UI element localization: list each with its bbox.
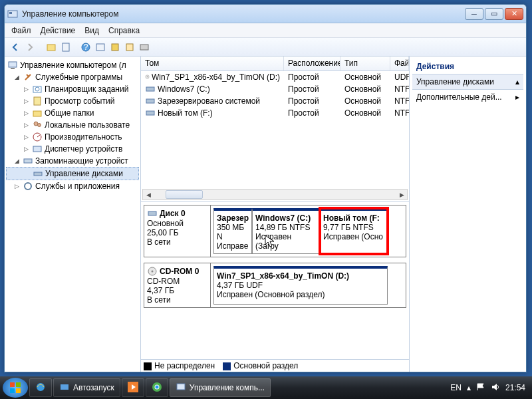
svg-rect-15 bbox=[33, 111, 41, 116]
task-autorun[interactable]: Автозапуск bbox=[53, 378, 120, 397]
forward-button[interactable] bbox=[23, 41, 37, 54]
cd-icon bbox=[147, 266, 158, 277]
expand-icon[interactable]: ▷ bbox=[23, 86, 30, 93]
svg-rect-6 bbox=[96, 44, 104, 51]
disk-graphical-view[interactable]: Диск 0 Основной 25,00 ГБ В сети Зарезер … bbox=[141, 201, 409, 359]
svg-rect-10 bbox=[9, 62, 17, 67]
minimize-button[interactable]: ─ bbox=[465, 8, 483, 20]
tree-item[interactable]: ▷Просмотр событий bbox=[6, 95, 139, 107]
expand-icon[interactable]: ▷ bbox=[23, 110, 30, 117]
tool-button-2[interactable] bbox=[123, 41, 136, 54]
volume-icon[interactable] bbox=[491, 382, 500, 394]
tray-chevron-icon[interactable]: ▴ bbox=[467, 383, 471, 392]
volume-row[interactable]: Windows7 (C:)ПростойОсновнойNTF bbox=[141, 83, 409, 95]
svg-rect-1 bbox=[9, 12, 12, 14]
task-ie[interactable] bbox=[29, 378, 52, 397]
scroll-left-icon[interactable]: ◀ bbox=[143, 190, 154, 200]
expand-icon[interactable]: ▷ bbox=[23, 122, 30, 129]
back-button[interactable] bbox=[9, 41, 22, 54]
disk-0-info: Диск 0 Основной 25,00 ГБ В сети bbox=[144, 205, 211, 257]
computer-management-window: Управление компьютером ─ ▭ ✕ Файл Действ… bbox=[4, 4, 527, 372]
col-volume[interactable]: Том bbox=[141, 57, 284, 70]
svg-rect-41 bbox=[177, 384, 185, 390]
cd-icon bbox=[145, 72, 150, 82]
svg-text:?: ? bbox=[84, 43, 88, 52]
tree-item[interactable]: ▷Планировщик заданий bbox=[6, 83, 139, 95]
maximize-button[interactable]: ▭ bbox=[485, 8, 503, 20]
partition-reserved[interactable]: Зарезер 350 МБ N Исправе bbox=[213, 208, 252, 254]
system-tray[interactable]: EN ▴ 21:54 bbox=[446, 382, 529, 394]
cdrom-0[interactable]: CD-ROM 0 CD-ROM 4,37 ГБ В сети Win7_SP1_… bbox=[144, 263, 406, 308]
partition-c[interactable]: Windows7 (C:) 14,89 ГБ NTFS Исправен (За… bbox=[252, 208, 320, 254]
collapse-icon[interactable]: ◢ bbox=[13, 158, 21, 165]
tree-item[interactable]: ▷Локальные пользовате bbox=[6, 119, 139, 131]
start-button[interactable] bbox=[3, 378, 28, 398]
tool-button-1[interactable] bbox=[108, 41, 122, 54]
actions-more[interactable]: Дополнительные дей... ▸ bbox=[412, 90, 523, 104]
task-wmp[interactable] bbox=[122, 378, 144, 397]
refresh-button[interactable] bbox=[94, 41, 107, 54]
svg-rect-21 bbox=[34, 172, 42, 176]
help-button[interactable]: ? bbox=[79, 41, 92, 54]
navigation-tree[interactable]: Управление компьютером (л ◢ Служебные пр… bbox=[5, 57, 141, 372]
svg-point-30 bbox=[152, 271, 154, 273]
tree-storage[interactable]: ◢ Запоминающие устройст bbox=[6, 155, 139, 167]
app-icon bbox=[7, 9, 18, 19]
actions-disk-management[interactable]: Управление дисками ▴ bbox=[412, 74, 523, 90]
ie-icon bbox=[35, 382, 46, 394]
taskbar[interactable]: Автозапуск Управление компь... EN ▴ 21:5… bbox=[0, 376, 532, 399]
services-icon bbox=[23, 181, 33, 192]
svg-rect-7 bbox=[112, 44, 118, 51]
svg-rect-9 bbox=[140, 45, 148, 50]
expand-icon[interactable]: ▷ bbox=[13, 183, 21, 190]
tree-system-tools[interactable]: ◢ Служебные программы bbox=[6, 71, 139, 83]
up-button[interactable] bbox=[45, 41, 58, 54]
expand-icon[interactable]: ▷ bbox=[23, 98, 30, 105]
tree-services[interactable]: ▷ Службы и приложения bbox=[6, 180, 139, 192]
titlebar[interactable]: Управление компьютером ─ ▭ ✕ bbox=[5, 5, 526, 23]
expand-icon[interactable]: ▷ bbox=[23, 146, 30, 153]
tool-button-3[interactable] bbox=[138, 41, 151, 54]
volume-row[interactable]: Win7_SP1_x86-x64_by_TimON (D:)ПростойОсн… bbox=[141, 71, 409, 83]
expand-icon[interactable]: ▷ bbox=[23, 134, 30, 141]
legend: Не распределен Основной раздел bbox=[141, 359, 409, 372]
flag-icon[interactable] bbox=[476, 382, 485, 394]
menu-action[interactable]: Действие bbox=[41, 26, 76, 35]
language-indicator[interactable]: EN bbox=[450, 383, 462, 392]
col-fs[interactable]: Фай bbox=[390, 57, 409, 70]
partition-d[interactable]: Win7_SP1_x86-x64_by_TimON (D:) 4,37 ГБ U… bbox=[213, 266, 388, 305]
close-button[interactable]: ✕ bbox=[505, 8, 523, 20]
volume-row[interactable]: Новый том (F:)ПростойОсновнойNTF bbox=[141, 107, 409, 119]
task-compmgmt[interactable]: Управление компь... bbox=[170, 378, 271, 397]
scroll-thumb[interactable] bbox=[166, 190, 203, 199]
window-title: Управление компьютером bbox=[18, 9, 465, 19]
tree-item[interactable]: ▷Диспетчер устройств bbox=[6, 143, 139, 155]
partition-f[interactable]: Новый том (F: 9,77 ГБ NTFS Исправен (Осн… bbox=[320, 208, 388, 254]
tree-item[interactable]: ▷Производительность bbox=[6, 131, 139, 143]
svg-rect-28 bbox=[148, 211, 156, 215]
horizontal-scrollbar[interactable]: ◀ ▶ bbox=[142, 189, 408, 200]
svg-rect-11 bbox=[11, 68, 15, 69]
scroll-right-icon[interactable]: ▶ bbox=[396, 190, 407, 200]
svg-rect-33 bbox=[10, 388, 15, 393]
menu-file[interactable]: Файл bbox=[11, 26, 31, 35]
tree-item[interactable]: ▷Общие папки bbox=[6, 107, 139, 119]
volume-list[interactable]: Том Расположение Тип Фай Win7_SP1_x86-x6… bbox=[141, 57, 409, 201]
col-layout[interactable]: Расположение bbox=[284, 57, 340, 70]
task-chrome[interactable] bbox=[146, 378, 168, 397]
volume-row[interactable]: Зарезервировано системойПростойОсновнойN… bbox=[141, 95, 409, 107]
tree-root[interactable]: Управление компьютером (л bbox=[6, 59, 139, 71]
list-header[interactable]: Том Расположение Тип Фай bbox=[141, 57, 409, 71]
col-type[interactable]: Тип bbox=[340, 57, 390, 70]
svg-point-17 bbox=[38, 124, 41, 127]
disk-0[interactable]: Диск 0 Основной 25,00 ГБ В сети Зарезер … bbox=[144, 205, 406, 257]
menu-help[interactable]: Справка bbox=[108, 26, 140, 35]
chrome-icon bbox=[152, 382, 162, 394]
tree-disk-management[interactable]: Управление дисками bbox=[6, 167, 139, 180]
properties-button[interactable] bbox=[59, 41, 72, 54]
collapse-icon[interactable]: ◢ bbox=[13, 74, 21, 81]
menu-view[interactable]: Вид bbox=[84, 26, 99, 35]
svg-rect-19 bbox=[33, 146, 41, 152]
clock[interactable]: 21:54 bbox=[505, 383, 525, 392]
svg-rect-14 bbox=[34, 97, 41, 105]
